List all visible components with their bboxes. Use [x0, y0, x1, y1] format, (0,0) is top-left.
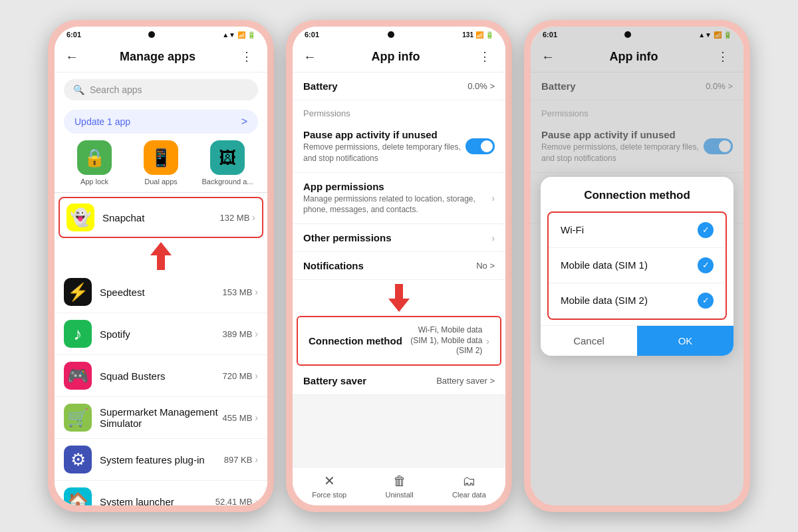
quick-icon-background[interactable]: 🖼 Background a... — [197, 140, 258, 186]
search-icon: 🔍 — [73, 84, 84, 95]
pause-title: Pause app activity if unused — [303, 129, 466, 140]
app-item-supermarket[interactable]: 🛒 Supermarket Management Simulator 455 M… — [55, 397, 267, 439]
divider-1 — [55, 192, 267, 193]
app-item-syslaunch[interactable]: 🏠 System launcher 52.41 MB › — [55, 481, 267, 505]
back-button-1[interactable]: ← — [65, 49, 78, 65]
connection-row[interactable]: Connection method Wi-Fi, Mobile data (SI… — [297, 316, 501, 366]
uninstall-btn[interactable]: 🗑 Uninstall — [386, 473, 414, 499]
wifi-icon: 📶 — [237, 31, 245, 39]
battery-icon: 🔋 — [247, 31, 255, 39]
quick-icon-dualapps[interactable]: 📱 Dual apps — [130, 140, 192, 186]
force-stop-label: Force stop — [312, 491, 346, 499]
camera-notch-1 — [148, 31, 155, 38]
battery-icon-2: 🔋 — [485, 31, 493, 39]
dialog-buttons: Cancel OK — [541, 325, 733, 356]
battery-row[interactable]: Battery 0.0% > — [293, 72, 505, 100]
sysfeatures-name: System features plug-in — [100, 454, 224, 466]
pause-toggle[interactable] — [466, 138, 495, 154]
connection-value: Wi-Fi, Mobile data (SIM 1), Mobile data … — [410, 325, 482, 356]
clear-data-btn[interactable]: 🗂 Clear data — [452, 473, 486, 499]
app-permissions-chevron: › — [491, 193, 495, 203]
snapchat-icon: 👻 — [66, 203, 94, 231]
supermarket-size: 455 MB — [223, 413, 253, 423]
app-permissions-title: App permissions — [303, 181, 491, 192]
battery-saver-value: Battery saver > — [436, 376, 495, 386]
quick-icon-applock[interactable]: 🔒 App lock — [64, 140, 125, 186]
spotify-name: Spotify — [100, 329, 223, 340]
background-icon-box: 🖼 — [210, 140, 245, 175]
app-item-sysfeatures[interactable]: ⚙ System features plug-in 897 KB › — [55, 439, 267, 481]
menu-button-2[interactable]: ⋮ — [475, 48, 495, 65]
battery-value: 0.0% > — [467, 81, 495, 91]
search-input[interactable]: Search apps — [90, 84, 142, 95]
arrow-up-container — [55, 239, 267, 271]
wifi-icon-2: 📶 — [475, 31, 483, 39]
time-2: 6:01 — [305, 31, 319, 39]
signal-icon: ▲▼ — [222, 31, 235, 39]
sim1-option[interactable]: Mobile data (SIM 1) ✓ — [549, 248, 726, 283]
update-arrow-icon: > — [241, 116, 247, 128]
sim2-option-label: Mobile data (SIM 2) — [561, 295, 648, 306]
bottom-nav-2: ✕ Force stop 🗑 Uninstall 🗂 Clear data — [293, 467, 505, 505]
sysfeatures-icon: ⚙ — [64, 446, 92, 473]
signal-icon-2: 131 — [462, 31, 473, 39]
sim2-option[interactable]: Mobile data (SIM 2) ✓ — [549, 283, 726, 319]
snapchat-size: 132 MB — [220, 213, 250, 223]
squad-name: Squad Busters — [100, 370, 223, 382]
snapchat-chevron: › — [252, 212, 255, 223]
connection-chevron: › — [486, 336, 489, 346]
notifications-row[interactable]: Notifications No > — [293, 252, 505, 280]
notifications-label: Notifications — [303, 260, 364, 271]
search-bar[interactable]: 🔍 Search apps — [64, 79, 258, 100]
permissions-label: Permissions — [293, 100, 505, 121]
syslaunch-name: System launcher — [100, 496, 215, 506]
spacer — [293, 395, 505, 467]
background-label: Background a... — [201, 178, 253, 186]
snapchat-name: Snapchat — [102, 212, 220, 223]
update-banner[interactable]: Update 1 app > — [64, 110, 258, 134]
app-item-squad[interactable]: 🎮 Squad Busters 720 MB › — [55, 355, 267, 397]
app-item-snapchat[interactable]: 👻 Snapchat 132 MB › — [59, 197, 263, 238]
force-stop-btn[interactable]: ✕ Force stop — [312, 473, 346, 499]
connection-title: Connection method — [309, 335, 410, 346]
battery-label: Battery — [303, 80, 338, 92]
top-bar-1: ← Manage apps ⋮ — [55, 41, 267, 72]
status-icons-1: ▲▼ 📶 🔋 — [222, 31, 255, 39]
page-title-2: App info — [372, 50, 420, 64]
back-button-2[interactable]: ← — [303, 49, 317, 65]
force-stop-icon: ✕ — [324, 473, 335, 489]
clear-data-label: Clear data — [452, 491, 486, 499]
squad-size: 720 MB — [223, 371, 253, 381]
other-permissions-title: Other permissions — [303, 232, 491, 243]
svg-marker-0 — [150, 242, 172, 270]
dualapps-label: Dual apps — [144, 178, 178, 186]
ok-button[interactable]: OK — [637, 326, 733, 356]
sim1-check-icon: ✓ — [698, 257, 714, 273]
wifi-option[interactable]: Wi-Fi ✓ — [549, 213, 726, 248]
supermarket-name: Supermarket Management Simulator — [100, 406, 223, 429]
sysfeatures-size: 897 KB — [224, 455, 253, 465]
sim1-option-label: Mobile data (SIM 1) — [561, 259, 648, 271]
app-permissions-row[interactable]: App permissions Manage permissions relat… — [293, 173, 505, 225]
app-list: 👻 Snapchat 132 MB › ⚡ Speedtest 153 MB › — [55, 196, 267, 505]
cancel-button[interactable]: Cancel — [541, 326, 637, 356]
dialog-overlay: Connection method Wi-Fi ✓ Mobile data (S… — [531, 27, 743, 505]
dialog-options-group: Wi-Fi ✓ Mobile data (SIM 1) ✓ Mobile dat… — [547, 211, 727, 320]
wifi-option-label: Wi-Fi — [561, 224, 584, 235]
phone-2: 6:01 131 📶 🔋 ← App info ⋮ Battery 0.0% >… — [286, 20, 512, 512]
spotify-icon: ♪ — [64, 320, 92, 348]
notifications-value: No > — [476, 261, 495, 271]
red-arrow-up-icon — [148, 241, 174, 270]
dialog-title: Connection method — [541, 177, 733, 209]
page-title-1: Manage apps — [120, 50, 196, 64]
top-bar-2: ← App info ⋮ — [293, 41, 505, 72]
phone-3: 6:01 ▲▼ 📶 🔋 ← App info ⋮ Battery 0.0% > … — [524, 20, 750, 512]
app-item-speedtest[interactable]: ⚡ Speedtest 153 MB › — [55, 271, 267, 313]
menu-button-1[interactable]: ⋮ — [237, 48, 257, 65]
squad-icon: 🎮 — [64, 362, 92, 390]
other-permissions-row[interactable]: Other permissions › — [293, 224, 505, 252]
camera-notch-2 — [388, 31, 394, 38]
app-item-spotify[interactable]: ♪ Spotify 389 MB › — [55, 313, 267, 355]
pause-row[interactable]: Pause app activity if unused Remove perm… — [293, 121, 505, 173]
battery-saver-row[interactable]: Battery saver Battery saver > — [293, 367, 505, 395]
